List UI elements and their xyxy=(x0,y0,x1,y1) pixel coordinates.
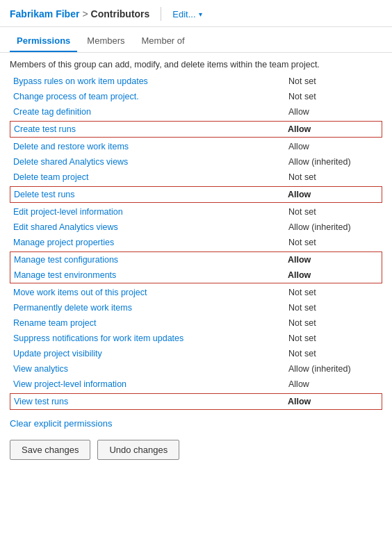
permission-name[interactable]: Create test runs xyxy=(14,124,288,134)
group-name: Contributors xyxy=(91,8,150,19)
tab-member-of[interactable]: Member of xyxy=(135,30,192,52)
permission-value: Allow xyxy=(288,397,378,406)
permission-value: Allow xyxy=(288,124,378,134)
permission-value: Not set xyxy=(288,76,379,86)
clear-permissions-anchor[interactable]: Clear explicit permissions xyxy=(10,418,112,429)
table-row: Delete test runsAllow xyxy=(10,187,382,202)
edit-label: Edit... xyxy=(172,9,195,19)
table-row: View project-level informationAllow xyxy=(10,377,382,392)
table-row: Manage test environmentsAllow xyxy=(10,267,382,283)
table-row: Delete and restore work itemsAllow xyxy=(10,139,382,154)
table-row: View analyticsAllow (inherited) xyxy=(10,361,382,377)
permission-value: Not set xyxy=(288,288,379,297)
table-row: Permanently delete work itemsNot set xyxy=(10,300,382,315)
tab-permissions[interactable]: Permissions xyxy=(10,30,77,52)
breadcrumb-separator: > xyxy=(82,8,88,19)
permission-name[interactable]: Suppress notifications for work item upd… xyxy=(13,333,288,343)
permission-value: Allow (inherited) xyxy=(288,157,379,167)
action-buttons: Save changes Undo changes xyxy=(0,434,392,471)
permissions-list: Bypass rules on work item updatesNot set… xyxy=(0,74,392,410)
header-divider xyxy=(161,7,161,21)
permission-name[interactable]: Change process of team project. xyxy=(13,92,288,101)
permission-value: Allow xyxy=(288,107,379,117)
permission-value: Not set xyxy=(288,207,379,217)
permission-name[interactable]: Manage project properties xyxy=(13,238,288,247)
permission-value: Allow (inherited) xyxy=(288,364,379,374)
table-row: Rename team projectNot set xyxy=(10,315,382,331)
table-row: Update project visibilityNot set xyxy=(10,346,382,361)
permission-value: Not set xyxy=(288,238,379,247)
table-row: Delete shared Analytics viewsAllow (inhe… xyxy=(10,154,382,170)
group-description: Members of this group can add, modify, a… xyxy=(0,53,392,74)
permission-value: Not set xyxy=(288,303,379,313)
permission-name[interactable]: Bypass rules on work item updates xyxy=(13,76,288,86)
breadcrumb: Fabrikam Fiber > Contributors xyxy=(10,8,149,19)
permission-value: Not set xyxy=(288,172,379,182)
save-button[interactable]: Save changes xyxy=(10,440,90,460)
permission-name[interactable]: Manage test configurations xyxy=(14,255,288,265)
permission-name[interactable]: Delete test runs xyxy=(14,190,288,199)
permission-value: Allow xyxy=(288,379,379,389)
permission-name[interactable]: View analytics xyxy=(13,364,288,374)
permission-name[interactable]: Delete team project xyxy=(13,172,288,182)
permission-value: Not set xyxy=(288,92,379,101)
permission-value: Allow (inherited) xyxy=(288,222,379,232)
permission-value: Not set xyxy=(288,318,379,328)
permission-name[interactable]: Permanently delete work items xyxy=(13,303,288,313)
table-row: Suppress notifications for work item upd… xyxy=(10,331,382,346)
table-row: Move work items out of this projectNot s… xyxy=(10,285,382,300)
permission-name[interactable]: Delete and restore work items xyxy=(13,142,288,151)
permission-value: Allow xyxy=(288,190,378,199)
table-row: Edit shared Analytics viewsAllow (inheri… xyxy=(10,220,382,235)
table-row: Manage test configurationsAllow xyxy=(10,252,382,267)
permission-name[interactable]: Edit project-level information xyxy=(13,207,288,217)
permission-name[interactable]: View project-level information xyxy=(13,379,288,389)
tab-members[interactable]: Members xyxy=(80,30,131,52)
table-row: Create tag definitionAllow xyxy=(10,104,382,119)
permission-value: Allow xyxy=(288,142,379,151)
permission-value: Not set xyxy=(288,349,379,358)
tabs: Permissions Members Member of xyxy=(0,30,392,53)
undo-button[interactable]: Undo changes xyxy=(97,440,179,460)
table-row: Edit project-level informationNot set xyxy=(10,204,382,220)
permission-name[interactable]: Move work items out of this project xyxy=(13,288,288,297)
permission-value: Not set xyxy=(288,333,379,343)
table-row: Change process of team project.Not set xyxy=(10,89,382,104)
permission-name[interactable]: Manage test environments xyxy=(14,270,288,280)
clear-permissions-link[interactable]: Clear explicit permissions xyxy=(0,411,392,434)
table-row: Delete team projectNot set xyxy=(10,170,382,185)
permission-name[interactable]: Create tag definition xyxy=(13,107,288,117)
permission-name[interactable]: Update project visibility xyxy=(13,349,288,358)
table-row: View test runsAllow xyxy=(10,394,382,409)
permission-name[interactable]: Edit shared Analytics views xyxy=(13,222,288,232)
permission-value: Allow xyxy=(288,270,378,280)
permission-name[interactable]: View test runs xyxy=(14,397,288,406)
table-row: Create test runsAllow xyxy=(10,122,382,137)
header: Fabrikam Fiber > Contributors Edit... ▾ xyxy=(0,0,392,27)
edit-dropdown[interactable]: Edit... ▾ xyxy=(172,9,202,19)
chevron-down-icon: ▾ xyxy=(199,10,202,18)
permission-name[interactable]: Delete shared Analytics views xyxy=(13,157,288,167)
project-link[interactable]: Fabrikam Fiber xyxy=(10,8,79,19)
permission-name[interactable]: Rename team project xyxy=(13,318,288,328)
table-row: Bypass rules on work item updatesNot set xyxy=(10,74,382,89)
table-row: Manage project propertiesNot set xyxy=(10,235,382,250)
permission-value: Allow xyxy=(288,255,378,265)
